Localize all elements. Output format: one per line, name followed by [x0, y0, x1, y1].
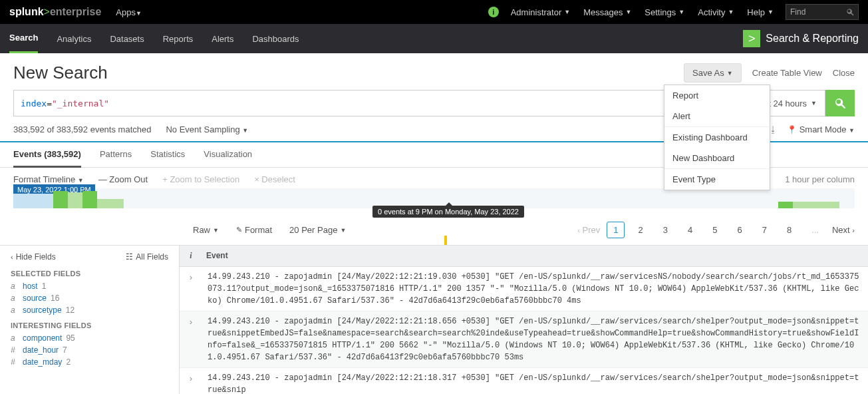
col-event[interactable]: Event [202, 246, 232, 266]
field-date-hour[interactable]: #date_hour7 [11, 344, 168, 356]
expand-row-icon[interactable]: › [180, 271, 202, 307]
splunk-logo: splunk>enterprise [9, 6, 101, 18]
caret-down-icon: ▼ [678, 9, 684, 15]
page-head: New Search Save As▼ Report Alert Existin… [0, 53, 868, 90]
events-table-head: i Event [180, 246, 868, 267]
global-topbar: splunk>enterprise Apps▼ i Administrator▼… [0, 0, 868, 24]
caret-down-icon: ▼ [340, 227, 346, 234]
event-sampling-menu[interactable]: No Event Sampling ▼ [166, 124, 248, 134]
saveas-event-type[interactable]: Event Type [664, 168, 770, 190]
saveas-report[interactable]: Report [664, 85, 770, 106]
field-component[interactable]: acomponent95 [11, 332, 168, 344]
activity-menu[interactable]: Activity▼ [698, 7, 734, 17]
format-timeline-menu[interactable]: Format Timeline ▼ [13, 174, 84, 184]
logo-text-prefix: splunk [9, 6, 44, 17]
app-brand[interactable]: > Search & Reporting [743, 30, 859, 47]
page-6[interactable]: 6 [730, 222, 748, 238]
field-host[interactable]: ahost1 [11, 280, 168, 292]
tab-reports[interactable]: Reports [163, 24, 194, 53]
administrator-menu[interactable]: Administrator▼ [511, 7, 571, 17]
saveas-existing-dashboard[interactable]: Existing Dashboard [664, 126, 770, 148]
saveas-alert[interactable]: Alert [664, 106, 770, 126]
save-as-button[interactable]: Save As▼ Report Alert Existing Dashboard… [684, 63, 742, 83]
event-raw[interactable]: 14.99.243.210 - zapojadmin [24/May/2022:… [202, 372, 868, 394]
event-raw[interactable]: 14.99.243.210 - zapojadmin [24/May/2022:… [202, 271, 868, 307]
page-7[interactable]: 7 [756, 222, 774, 238]
selected-fields-title: SELECTED FIELDS [11, 270, 168, 278]
tab-dashboards[interactable]: Dashboards [252, 24, 299, 53]
settings-menu[interactable]: Settings▼ [645, 7, 684, 17]
search-icon [834, 97, 846, 109]
info-icon[interactable]: i [488, 7, 499, 17]
search-input[interactable]: index="_internal" [13, 90, 746, 116]
field-sourcetype[interactable]: asourcetype12 [11, 304, 168, 316]
chevron-right-icon: › [852, 226, 855, 234]
page-title: New Search [13, 63, 108, 83]
help-menu[interactable]: Help▼ [747, 7, 774, 17]
tab-datasets[interactable]: Datasets [110, 24, 144, 53]
messages-menu[interactable]: Messages▼ [583, 7, 631, 17]
hide-fields-link[interactable]: ‹ Hide Fields [11, 252, 56, 262]
event-row: › 14.99.243.210 - zapojadmin [24/May/202… [180, 311, 868, 368]
caret-down-icon: ▼ [136, 10, 142, 17]
timeline-bar[interactable] [68, 192, 82, 208]
saveas-new-dashboard[interactable]: New Dashboard [664, 148, 770, 168]
format-menu[interactable]: ✎ Format [236, 225, 272, 235]
run-search-button[interactable] [825, 90, 855, 116]
cursor-marker [444, 236, 447, 245]
next-page[interactable]: Next › [832, 225, 855, 235]
pencil-icon: ✎ [236, 226, 242, 234]
tab-events[interactable]: Events (383,592) [13, 142, 81, 168]
page-8[interactable]: 8 [780, 222, 798, 238]
per-page-menu[interactable]: 20 Per Page ▼ [289, 225, 346, 235]
search-mode-menu[interactable]: 📍 Smart Mode ▼ [787, 124, 855, 134]
page-3[interactable]: 3 [656, 222, 674, 238]
tab-statistics[interactable]: Statistics [150, 142, 185, 167]
page-1[interactable]: 1 [607, 222, 625, 238]
col-info[interactable]: i [180, 246, 202, 266]
close-link[interactable]: Close [833, 68, 855, 78]
spl-op: = [47, 98, 52, 108]
timeline-bar[interactable] [53, 191, 68, 208]
expand-row-icon[interactable]: › [180, 315, 202, 363]
events-matched-label: 383,592 of 383,592 events matched [13, 124, 151, 134]
tab-alerts[interactable]: Alerts [212, 24, 233, 53]
topbar-right: i Administrator▼ Messages▼ Settings▼ Act… [488, 4, 859, 20]
timeline-bar[interactable] [13, 194, 53, 208]
timeline-bar[interactable] [82, 191, 97, 208]
timeline[interactable]: May 23, 2022 1:00 PM 0 events at 9 PM on… [13, 188, 855, 208]
page-4[interactable]: 4 [681, 222, 699, 238]
logo-text-suffix: enterprise [50, 6, 101, 17]
expand-row-icon[interactable]: › [180, 372, 202, 394]
chevron-left-icon: ‹ [11, 253, 13, 261]
tab-analytics[interactable]: Analytics [57, 24, 91, 53]
timeline-bar[interactable] [97, 199, 124, 208]
timeline-bar[interactable] [793, 202, 839, 208]
event-raw[interactable]: 14.99.243.210 - zapojadmin [24/May/2022:… [202, 315, 868, 363]
save-as-dropdown: Report Alert Existing Dashboard New Dash… [664, 85, 770, 190]
apps-menu[interactable]: Apps▼ [116, 7, 142, 17]
field-date-mday[interactable]: #date_mday2 [11, 356, 168, 368]
timeline-scale-label: 1 hour per column [785, 174, 855, 184]
zoom-to-selection-button: + Zoom to Selection [162, 174, 239, 184]
deselect-button: × Deselect [254, 174, 295, 184]
spl-keyword: index [21, 98, 47, 108]
interesting-fields-title: INTERESTING FIELDS [11, 321, 168, 329]
page-5[interactable]: 5 [706, 222, 724, 238]
find-input[interactable]: Find [786, 4, 859, 20]
list-toolbar: Raw ▼ ✎ Format 20 Per Page ▼ ‹ Prev 1 2 … [0, 212, 868, 245]
tab-patterns[interactable]: Patterns [100, 142, 132, 167]
page-2[interactable]: 2 [631, 222, 649, 238]
caret-down-icon: ▼ [811, 100, 817, 106]
app-icon: > [743, 30, 760, 47]
create-table-view-link[interactable]: Create Table View [752, 68, 822, 78]
spl-string: "_internal" [52, 98, 109, 108]
all-fields-link[interactable]: ☷ All Fields [126, 252, 168, 262]
tab-visualization[interactable]: Visualization [204, 142, 252, 167]
list-mode-menu[interactable]: Raw ▼ [193, 225, 219, 235]
timeline-bar[interactable] [778, 202, 793, 208]
tab-search[interactable]: Search [9, 24, 38, 53]
field-source[interactable]: asource16 [11, 292, 168, 304]
prev-page: ‹ Prev [577, 225, 600, 235]
zoom-out-button[interactable]: — Zoom Out [98, 174, 148, 184]
